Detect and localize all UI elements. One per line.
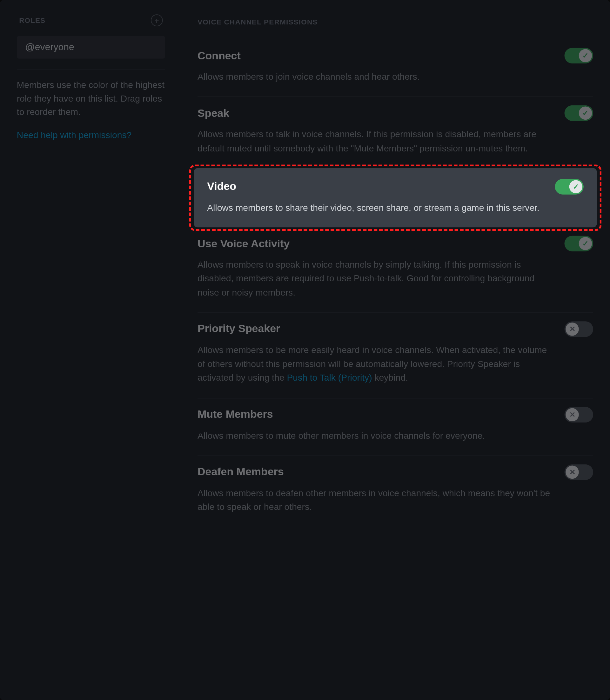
roles-sidebar: ROLES + @everyone Members use the color … <box>0 0 180 700</box>
permission-toggle-speak[interactable]: ✓ <box>565 105 593 121</box>
roles-hint-text: Members use the color of the highest rol… <box>14 78 168 130</box>
close-icon: ✕ <box>565 466 579 478</box>
permission-title: Video <box>207 180 236 193</box>
permission-deafen-members: Deafen Members✕Allows members to deafen … <box>197 455 593 527</box>
permissions-main: VOICE CHANNEL PERMISSIONS Connect✓Allows… <box>180 0 610 700</box>
permission-toggle-deafen-members[interactable]: ✕ <box>565 464 593 480</box>
permission-description: Allows members to speak in voice channel… <box>197 258 557 299</box>
permission-toggle-video[interactable]: ✓ <box>555 179 583 194</box>
role-item-everyone[interactable]: @everyone <box>17 36 165 59</box>
permission-toggle-connect[interactable]: ✓ <box>565 48 593 64</box>
permission-description: Allows members to talk in voice channels… <box>197 127 557 155</box>
permission-description: Allows members to be more easily heard i… <box>197 343 557 385</box>
permission-video: Video✓Allows members to share their vide… <box>194 168 597 227</box>
highlight-annotation <box>189 164 602 231</box>
check-icon: ✓ <box>569 180 582 193</box>
screenshot-stage: ROLES + @everyone Members use the color … <box>0 0 610 700</box>
permission-title: Connect <box>197 50 241 62</box>
permission-toggle-mute-members[interactable]: ✕ <box>565 407 593 422</box>
permission-head: Deafen Members✕ <box>197 464 593 480</box>
permission-desc-post: keybind. <box>372 372 408 382</box>
permission-title: Priority Speaker <box>197 323 280 335</box>
settings-panel: ROLES + @everyone Members use the color … <box>0 0 610 700</box>
permission-description: Allows members to deafen other members i… <box>197 486 557 514</box>
permission-mute-members: Mute Members✕Allows members to mute othe… <box>197 398 593 455</box>
permission-toggle-use-voice-activity[interactable]: ✓ <box>565 236 593 251</box>
permission-title: Speak <box>197 107 229 120</box>
permission-title: Use Voice Activity <box>197 237 290 250</box>
permission-head: Speak✓ <box>197 105 593 121</box>
sidebar-divider <box>17 69 165 70</box>
section-title: VOICE CHANNEL PERMISSIONS <box>197 18 593 26</box>
permissions-list: Connect✓Allows members to join voice cha… <box>197 39 593 527</box>
permission-head: Use Voice Activity✓ <box>197 236 593 251</box>
permission-connect: Connect✓Allows members to join voice cha… <box>197 39 593 97</box>
check-icon: ✓ <box>579 237 592 250</box>
permission-priority-speaker: Priority Speaker✕Allows members to be mo… <box>197 312 593 397</box>
permission-head: Mute Members✕ <box>197 407 593 422</box>
check-icon: ✓ <box>579 107 592 120</box>
roles-header: ROLES + <box>14 11 168 30</box>
roles-header-label: ROLES <box>19 16 45 25</box>
permission-description: Allows members to join voice channels an… <box>197 69 557 83</box>
close-icon: ✕ <box>565 323 579 336</box>
permission-head: Connect✓ <box>197 48 593 64</box>
permission-speak: Speak✓Allows members to talk in voice ch… <box>197 97 593 168</box>
check-icon: ✓ <box>579 49 592 62</box>
permission-title: Deafen Members <box>197 466 284 478</box>
permission-head: Priority Speaker✕ <box>197 321 593 337</box>
push-to-talk-priority-link[interactable]: Push to Talk (Priority) <box>287 372 372 382</box>
permission-title: Mute Members <box>197 408 273 421</box>
add-role-icon[interactable]: + <box>151 14 163 26</box>
permission-description: Allows members to mute other members in … <box>197 428 557 442</box>
permissions-help-link[interactable]: Need help with permissions? <box>14 130 134 140</box>
permission-use-voice-activity: Use Voice Activity✓Allows members to spe… <box>197 227 593 312</box>
close-icon: ✕ <box>565 408 579 421</box>
permission-description: Allows members to share their video, scr… <box>207 200 566 214</box>
permission-head: Video✓ <box>207 179 584 194</box>
role-item-label: @everyone <box>25 42 74 52</box>
permission-toggle-priority-speaker[interactable]: ✕ <box>565 321 593 337</box>
